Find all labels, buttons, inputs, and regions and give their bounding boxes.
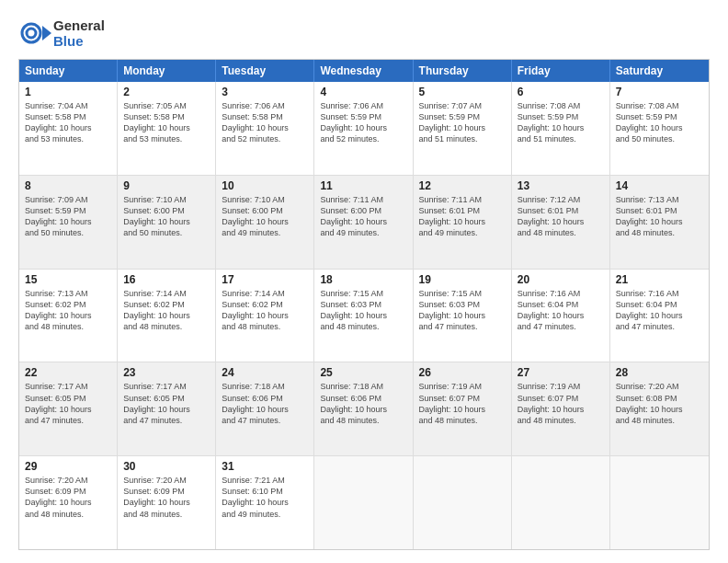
cell-line: Sunset: 5:59 PM [616, 111, 703, 122]
day-number: 6 [518, 86, 604, 98]
cal-cell-19-2-4: 19Sunrise: 7:15 AMSunset: 6:03 PMDayligh… [414, 270, 512, 362]
cell-line: Sunrise: 7:20 AM [616, 381, 703, 392]
calendar-row-2: 15Sunrise: 7:13 AMSunset: 6:02 PMDayligh… [19, 269, 709, 362]
cell-line: and 50 minutes. [123, 227, 210, 238]
day-number: 17 [222, 273, 308, 286]
cal-cell-2-0-1: 2Sunrise: 7:05 AMSunset: 5:58 PMDaylight… [118, 82, 216, 175]
day-number: 4 [320, 86, 406, 98]
cell-line: Daylight: 10 hours [616, 404, 703, 415]
cell-line: Sunrise: 7:11 AM [320, 194, 406, 205]
cell-line: and 49 minutes. [320, 227, 406, 238]
cell-line: Sunset: 5:59 PM [25, 205, 111, 216]
logo: General Blue [18, 17, 105, 50]
cell-line: Sunset: 6:06 PM [320, 393, 406, 404]
cell-line: Sunrise: 7:07 AM [419, 100, 506, 111]
day-number: 25 [320, 366, 406, 379]
day-number: 21 [616, 273, 703, 286]
cell-line: and 48 minutes. [518, 415, 604, 426]
cell-line: and 52 minutes. [320, 133, 406, 144]
cell-line: and 48 minutes. [123, 509, 210, 520]
cell-line: Sunset: 6:09 PM [123, 486, 210, 497]
cell-line: Daylight: 10 hours [616, 310, 703, 321]
cell-line: Sunset: 6:02 PM [222, 299, 308, 310]
cal-cell-24-3-2: 24Sunrise: 7:18 AMSunset: 6:06 PMDayligh… [216, 362, 314, 455]
header-day-sunday: Sunday [19, 60, 118, 82]
cell-line: Daylight: 10 hours [320, 122, 406, 133]
logo-general: General [53, 17, 105, 33]
cell-line: Sunrise: 7:21 AM [222, 475, 308, 486]
cell-line: Sunrise: 7:16 AM [518, 288, 604, 299]
cell-line: Sunrise: 7:13 AM [616, 194, 703, 205]
logo-blue: Blue [53, 33, 105, 49]
header-day-wednesday: Wednesday [314, 60, 413, 82]
cell-line: Sunrise: 7:09 AM [25, 194, 111, 205]
day-number: 18 [320, 273, 406, 286]
day-number: 14 [616, 179, 703, 192]
cell-line: Daylight: 10 hours [123, 310, 210, 321]
cal-cell-empty-4-5 [512, 456, 610, 549]
cell-line: and 53 minutes. [123, 133, 210, 144]
cell-line: Sunrise: 7:15 AM [419, 288, 506, 299]
cal-cell-3-0-2: 3Sunrise: 7:06 AMSunset: 5:58 PMDaylight… [216, 82, 314, 175]
cell-line: Daylight: 10 hours [222, 497, 308, 508]
cal-cell-25-3-3: 25Sunrise: 7:18 AMSunset: 6:06 PMDayligh… [314, 362, 413, 455]
cell-line: and 51 minutes. [518, 133, 604, 144]
cal-cell-6-0-5: 6Sunrise: 7:08 AMSunset: 5:59 PMDaylight… [512, 82, 610, 175]
logo-icon [18, 17, 51, 50]
cell-line: Daylight: 10 hours [518, 404, 604, 415]
calendar-row-0: 1Sunrise: 7:04 AMSunset: 5:58 PMDaylight… [19, 82, 709, 175]
day-number: 30 [123, 460, 210, 473]
cell-line: Sunrise: 7:18 AM [222, 381, 308, 392]
cell-line: and 47 minutes. [616, 321, 703, 332]
cal-cell-31-4-2: 31Sunrise: 7:21 AMSunset: 6:10 PMDayligh… [216, 456, 314, 549]
cell-line: Sunrise: 7:13 AM [25, 288, 111, 299]
cell-line: and 51 minutes. [419, 133, 506, 144]
cell-line: Daylight: 10 hours [25, 404, 111, 415]
cell-line: and 48 minutes. [222, 321, 308, 332]
cell-line: and 47 minutes. [25, 415, 111, 426]
cell-line: Sunrise: 7:12 AM [518, 194, 604, 205]
svg-marker-2 [42, 26, 51, 40]
cell-line: Sunrise: 7:17 AM [123, 381, 210, 392]
cal-cell-26-3-4: 26Sunrise: 7:19 AMSunset: 6:07 PMDayligh… [414, 362, 512, 455]
header-day-monday: Monday [118, 60, 216, 82]
cal-cell-1-0-0: 1Sunrise: 7:04 AMSunset: 5:58 PMDaylight… [19, 82, 118, 175]
cell-line: Daylight: 10 hours [123, 216, 210, 227]
cell-line: and 48 minutes. [123, 321, 210, 332]
cal-cell-23-3-1: 23Sunrise: 7:17 AMSunset: 6:05 PMDayligh… [118, 362, 216, 455]
cell-line: and 47 minutes. [123, 415, 210, 426]
cell-line: Sunset: 6:02 PM [25, 299, 111, 310]
cell-line: Sunset: 5:59 PM [320, 111, 406, 122]
cell-line: Daylight: 10 hours [222, 310, 308, 321]
cell-line: Daylight: 10 hours [320, 216, 406, 227]
cell-line: Sunrise: 7:20 AM [123, 475, 210, 486]
cal-cell-29-4-0: 29Sunrise: 7:20 AMSunset: 6:09 PMDayligh… [19, 456, 118, 549]
cell-line: Daylight: 10 hours [222, 122, 308, 133]
cell-line: Sunset: 6:04 PM [518, 299, 604, 310]
cell-line: Sunrise: 7:19 AM [419, 381, 506, 392]
cell-line: Sunset: 6:05 PM [123, 393, 210, 404]
cell-line: Sunset: 5:58 PM [222, 111, 308, 122]
cell-line: Sunset: 6:08 PM [616, 393, 703, 404]
cal-cell-16-2-1: 16Sunrise: 7:14 AMSunset: 6:02 PMDayligh… [118, 270, 216, 362]
svg-point-0 [22, 24, 40, 42]
cal-cell-14-1-6: 14Sunrise: 7:13 AMSunset: 6:01 PMDayligh… [610, 176, 709, 269]
cell-line: Daylight: 10 hours [419, 216, 506, 227]
cell-line: Daylight: 10 hours [616, 216, 703, 227]
cell-line: Sunset: 6:07 PM [419, 393, 506, 404]
cal-cell-12-1-4: 12Sunrise: 7:11 AMSunset: 6:01 PMDayligh… [414, 176, 512, 269]
cell-line: Sunrise: 7:05 AM [123, 100, 210, 111]
cell-line: Daylight: 10 hours [518, 216, 604, 227]
cell-line: Sunset: 6:05 PM [25, 393, 111, 404]
cell-line: Sunrise: 7:06 AM [320, 100, 406, 111]
cell-line: and 49 minutes. [222, 227, 308, 238]
cell-line: Sunset: 6:06 PM [222, 393, 308, 404]
header-day-saturday: Saturday [610, 60, 709, 82]
cell-line: and 48 minutes. [419, 415, 506, 426]
calendar-body: 1Sunrise: 7:04 AMSunset: 5:58 PMDaylight… [19, 82, 709, 549]
calendar-row-1: 8Sunrise: 7:09 AMSunset: 5:59 PMDaylight… [19, 175, 709, 269]
cell-line: Daylight: 10 hours [222, 216, 308, 227]
day-number: 7 [616, 86, 703, 98]
cell-line: Sunset: 5:58 PM [25, 111, 111, 122]
cell-line: and 48 minutes. [25, 509, 111, 520]
